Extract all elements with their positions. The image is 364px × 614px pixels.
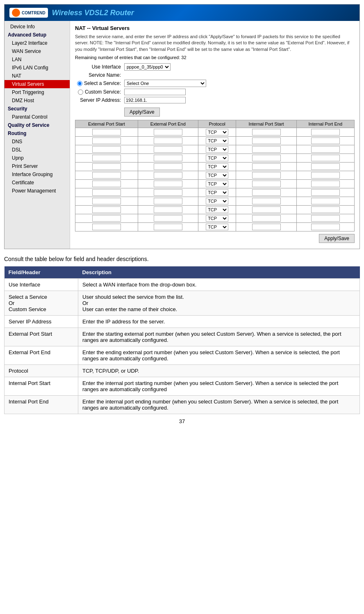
server-ip-input[interactable] — [124, 97, 186, 103]
sidebar-item-print-server[interactable]: Print Server — [5, 162, 70, 170]
main-content: NAT -- Virtual Servers Select the servic… — [70, 21, 359, 249]
int-port-start-input[interactable] — [252, 181, 281, 187]
ext-port-start-input[interactable] — [92, 163, 121, 170]
protocol-select[interactable]: TCP UDP TCP/UDP — [206, 172, 228, 179]
apply-save-button-top[interactable]: Apply/Save — [124, 108, 160, 117]
int-port-end-input[interactable] — [311, 215, 340, 222]
protocol-select[interactable]: TCP UDP TCP/UDP — [206, 215, 228, 222]
sidebar-item-power-management[interactable]: Power Management — [5, 187, 70, 195]
protocol-select[interactable]: TCP UDP TCP/UDP — [206, 146, 228, 153]
select-service-radio[interactable] — [77, 81, 82, 86]
ext-port-start-input[interactable] — [92, 129, 121, 135]
protocol-select[interactable]: TCP UDP TCP/UDP — [206, 181, 228, 187]
protocol-select[interactable]: TCP UDP TCP/UDP — [206, 163, 228, 170]
int-port-end-input[interactable] — [311, 172, 340, 179]
desc-table-row: External Port Start Enter the starting e… — [5, 328, 360, 346]
protocol-select[interactable]: TCP UDP TCP/UDP — [206, 206, 228, 213]
int-port-end-input[interactable] — [311, 189, 340, 196]
ext-port-start-input[interactable] — [92, 198, 121, 204]
int-port-end-input[interactable] — [311, 181, 340, 187]
sidebar-item-ipv6-lan[interactable]: IPv6 LAN Config — [5, 64, 70, 72]
ext-port-end-input[interactable] — [154, 146, 182, 153]
custom-service-radio[interactable] — [78, 89, 83, 95]
int-port-end-input[interactable] — [311, 146, 340, 153]
int-port-start-input[interactable] — [252, 189, 281, 196]
sidebar-item-wan-service[interactable]: WAN Service — [5, 47, 70, 55]
desc-description-cell: Enter the internal port starting number … — [78, 377, 360, 396]
logo-text: COMTREND — [22, 11, 46, 15]
sidebar-item-dmz-host[interactable]: DMZ Host — [5, 96, 70, 105]
ext-port-end-input[interactable] — [154, 206, 182, 213]
int-port-end-input[interactable] — [311, 198, 340, 204]
int-port-end-input[interactable] — [311, 206, 340, 213]
int-port-start-input[interactable] — [252, 137, 281, 144]
ext-port-end-input[interactable] — [154, 189, 182, 196]
use-interface-select[interactable]: pppoe_0_35/ppp0 — [124, 63, 171, 71]
custom-service-input[interactable] — [124, 89, 186, 95]
ext-port-start-input[interactable] — [92, 206, 121, 213]
sidebar-item-interface-grouping[interactable]: Interface Grouping — [5, 170, 70, 179]
int-port-start-input[interactable] — [252, 155, 281, 161]
protocol-select[interactable]: TCP UDP TCP/UDP — [206, 155, 228, 161]
sidebar-item-qos[interactable]: Quality of Service — [5, 121, 70, 129]
sidebar-item-device-info[interactable]: Device Info — [5, 23, 70, 31]
ext-port-start-input[interactable] — [92, 189, 121, 196]
int-port-start-cell — [236, 188, 296, 197]
sidebar-item-security[interactable]: Security — [5, 105, 70, 113]
sidebar-item-advanced-setup[interactable]: Advanced Setup — [5, 31, 70, 39]
ext-port-end-input[interactable] — [154, 129, 182, 135]
ext-port-start-input[interactable] — [92, 215, 121, 222]
select-service-dropdown[interactable]: Select One — [124, 80, 206, 87]
ext-port-end-input[interactable] — [154, 137, 182, 144]
int-port-start-input[interactable] — [252, 206, 281, 213]
int-port-end-input[interactable] — [311, 224, 340, 230]
sidebar-item-dns[interactable]: DNS — [5, 137, 70, 146]
int-port-start-cell — [236, 223, 296, 231]
sidebar-item-virtual-servers[interactable]: Virtual Servers — [5, 80, 70, 88]
ext-port-start-input[interactable] — [92, 181, 121, 187]
ext-port-start-input[interactable] — [92, 137, 121, 144]
ext-port-end-input[interactable] — [154, 155, 182, 161]
protocol-select[interactable]: TCP UDP TCP/UDP — [206, 137, 228, 144]
int-port-end-input[interactable] — [311, 155, 340, 161]
ext-port-end-input[interactable] — [154, 172, 182, 179]
sidebar-item-certificate[interactable]: Certificate — [5, 179, 70, 187]
int-port-end-input[interactable] — [311, 129, 340, 135]
int-port-start-cell — [236, 154, 296, 163]
int-port-end-cell — [296, 214, 354, 223]
custom-service-label: Custom Service: — [75, 89, 124, 95]
ext-port-end-input[interactable] — [154, 198, 182, 204]
protocol-select[interactable]: TCP UDP TCP/UDP — [206, 189, 228, 196]
protocol-select[interactable]: TCP UDP TCP/UDP — [206, 224, 228, 230]
sidebar-item-parental-control[interactable]: Parental Control — [5, 113, 70, 121]
int-port-start-input[interactable] — [252, 172, 281, 179]
int-port-start-input[interactable] — [252, 163, 281, 170]
sidebar-item-upnp[interactable]: Upnp — [5, 154, 70, 162]
int-port-start-input[interactable] — [252, 215, 281, 222]
ext-port-start-input[interactable] — [92, 172, 121, 179]
sidebar-item-lan[interactable]: LAN — [5, 55, 70, 64]
ext-port-end-input[interactable] — [154, 181, 182, 187]
int-port-start-input[interactable] — [252, 129, 281, 135]
ext-port-end-input[interactable] — [154, 224, 182, 230]
sidebar-item-nat[interactable]: NAT — [5, 72, 70, 80]
sidebar-item-routing[interactable]: Routing — [5, 129, 70, 137]
int-port-end-cell — [296, 145, 354, 154]
ext-port-start-input[interactable] — [92, 146, 121, 153]
sidebar-item-port-triggering[interactable]: Port Triggering — [5, 88, 70, 96]
protocol-select[interactable]: TCP UDP TCP/UDP — [206, 129, 228, 135]
int-port-start-input[interactable] — [252, 146, 281, 153]
ext-port-start-input[interactable] — [92, 224, 121, 230]
ext-port-end-input[interactable] — [154, 163, 182, 170]
protocol-select[interactable]: TCP UDP TCP/UDP — [206, 198, 228, 204]
int-port-end-cell — [296, 188, 354, 197]
int-port-end-input[interactable] — [311, 163, 340, 170]
ext-port-end-input[interactable] — [154, 215, 182, 222]
ext-port-start-input[interactable] — [92, 155, 121, 161]
sidebar-item-layer2[interactable]: Layer2 Interface — [5, 39, 70, 47]
apply-save-button-bottom[interactable]: Apply/Save — [319, 234, 355, 243]
int-port-end-input[interactable] — [311, 137, 340, 144]
sidebar-item-dsl[interactable]: DSL — [5, 146, 70, 154]
int-port-start-input[interactable] — [252, 224, 281, 230]
int-port-start-input[interactable] — [252, 198, 281, 204]
